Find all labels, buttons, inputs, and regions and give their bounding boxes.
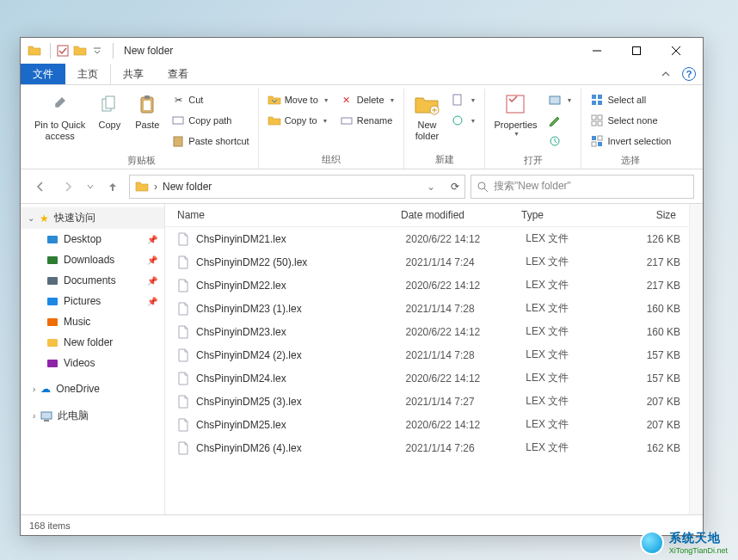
refresh-icon[interactable]: ⟳ <box>451 181 459 193</box>
file-row[interactable]: ChsPinyinDM22.lex2020/6/22 14:12LEX 文件21… <box>165 274 689 297</box>
svg-rect-0 <box>58 46 68 56</box>
sidebar-item[interactable]: Music <box>21 311 164 332</box>
file-name: ChsPinyinDM24 (2).lex <box>196 349 406 361</box>
ribbon-group-open: Properties▼ ▼ 打开 <box>485 89 581 169</box>
sidebar-item[interactable]: Downloads📌 <box>21 249 164 270</box>
sidebar-item[interactable]: Pictures📌 <box>21 291 164 311</box>
tab-share[interactable]: 共享 <box>111 64 156 84</box>
folder-qat-icon[interactable] <box>73 44 87 58</box>
tab-view[interactable]: 查看 <box>156 64 200 84</box>
copy-to-button[interactable]: Copy to▼ <box>266 111 331 130</box>
svg-rect-7 <box>145 95 150 99</box>
svg-rect-11 <box>341 118 352 124</box>
file-row[interactable]: ChsPinyinDM22 (50).lex2021/1/14 7:24LEX … <box>165 250 689 274</box>
column-size[interactable]: Size <box>616 209 685 221</box>
file-name: ChsPinyinDM24.lex <box>196 372 406 385</box>
file-size: 217 KB <box>620 256 689 268</box>
paste-label: Paste <box>135 120 159 131</box>
folder-icon <box>135 180 149 194</box>
rename-button[interactable]: Rename <box>338 111 397 130</box>
svg-rect-5 <box>106 96 114 108</box>
breadcrumb-chevron-icon[interactable]: › <box>154 181 157 193</box>
nav-recent-dropdown[interactable] <box>84 175 96 198</box>
file-row[interactable]: ChsPinyinDM26 (4).lex2021/1/14 7:26LEX 文… <box>165 436 689 459</box>
nav-back-button[interactable] <box>29 175 52 198</box>
qat-dropdown-icon[interactable] <box>90 44 104 58</box>
svg-rect-13 <box>453 95 461 105</box>
select-none-button[interactable]: Select none <box>588 111 673 130</box>
file-date: 2021/1/14 7:28 <box>406 303 526 315</box>
file-row[interactable]: ChsPinyinDM25 (3).lex2021/1/14 7:27LEX 文… <box>165 390 689 413</box>
file-size: 162 KB <box>620 442 689 454</box>
file-type: LEX 文件 <box>526 371 620 385</box>
file-row[interactable]: ChsPinyinDM21.lex2020/6/22 14:12LEX 文件12… <box>165 227 689 250</box>
svg-rect-28 <box>592 142 596 146</box>
column-type[interactable]: Type <box>521 209 616 221</box>
address-input[interactable]: › New folder ⌄ ⟳ <box>129 175 465 199</box>
column-name[interactable]: Name <box>177 209 401 221</box>
sidebar-item-label: Downloads <box>64 254 114 266</box>
nav-up-button[interactable] <box>101 175 124 198</box>
file-row[interactable]: ChsPinyinDM24.lex2020/6/22 14:12LEX 文件15… <box>165 366 689 390</box>
file-size: 126 KB <box>620 233 689 245</box>
column-date[interactable]: Date modified <box>401 209 521 221</box>
help-icon[interactable]: ? <box>682 67 696 81</box>
onedrive-label: OneDrive <box>56 383 100 395</box>
thispc-label: 此电脑 <box>58 409 89 423</box>
file-name: ChsPinyinDM25 (3).lex <box>196 396 406 408</box>
pc-icon <box>40 410 52 422</box>
status-bar: 168 items <box>21 514 703 535</box>
open-button[interactable]: ▼ <box>546 90 575 109</box>
tab-home[interactable]: 主页 <box>65 64 111 84</box>
svg-point-3 <box>55 104 58 108</box>
ribbon-group-organize: Move to▼ Copy to▼ ✕Delete▼ Rename 组织 <box>259 89 405 169</box>
minimize-button[interactable] <box>577 38 617 64</box>
pin-to-quick-access-button[interactable]: Pin to Quick access <box>29 89 90 144</box>
collapse-ribbon-icon[interactable] <box>653 64 679 84</box>
search-input[interactable]: 搜索"New folder" <box>470 175 694 199</box>
move-to-label: Move to <box>285 95 318 105</box>
new-folder-button[interactable]: New folder <box>408 89 446 144</box>
sidebar-quick-access[interactable]: ⌄ ★ 快速访问 <box>21 207 164 229</box>
scrollbar[interactable] <box>689 204 703 514</box>
address-location: New folder <box>163 181 421 193</box>
maximize-button[interactable] <box>617 38 656 64</box>
properties-label: Properties <box>494 120 537 131</box>
file-row[interactable]: ChsPinyinDM24 (2).lex2021/1/14 7:28LEX 文… <box>165 343 689 366</box>
svg-rect-40 <box>44 420 49 422</box>
tab-file[interactable]: 文件 <box>21 64 65 84</box>
svg-rect-9 <box>173 117 183 124</box>
new-item-icon <box>451 93 464 107</box>
sidebar-thispc[interactable]: › 此电脑 <box>21 404 164 428</box>
move-to-button[interactable]: Move to▼ <box>266 90 331 109</box>
new-item-button[interactable]: ▼ <box>449 90 477 109</box>
sidebar-item[interactable]: New folder <box>21 332 164 353</box>
delete-button[interactable]: ✕Delete▼ <box>338 90 397 109</box>
invert-selection-button[interactable]: Invert selection <box>588 132 673 151</box>
cut-button[interactable]: ✂Cut <box>169 90 250 109</box>
svg-rect-22 <box>592 115 596 120</box>
paste-button[interactable]: Paste <box>128 89 166 132</box>
paste-shortcut-button[interactable]: Paste shortcut <box>169 132 250 151</box>
checkbox-qat-icon[interactable] <box>56 44 70 58</box>
sidebar-item-label: Documents <box>64 274 116 286</box>
sidebar-item[interactable]: Videos <box>21 353 164 373</box>
properties-button[interactable]: Properties▼ <box>489 89 542 138</box>
copy-button[interactable]: Copy <box>90 89 128 132</box>
svg-rect-10 <box>174 137 182 146</box>
address-dropdown-icon[interactable]: ⌄ <box>427 181 435 193</box>
file-row[interactable]: ChsPinyinDM23.lex2020/6/22 14:12LEX 文件16… <box>165 320 689 343</box>
history-button[interactable] <box>546 132 575 151</box>
sidebar-item[interactable]: Documents📌 <box>21 270 164 291</box>
file-row[interactable]: ChsPinyinDM23 (1).lex2021/1/14 7:28LEX 文… <box>165 297 689 320</box>
copy-path-button[interactable]: Copy path <box>169 111 250 130</box>
select-all-button[interactable]: Select all <box>588 90 673 109</box>
sidebar-onedrive[interactable]: › ☁ OneDrive <box>21 378 164 399</box>
edit-button[interactable] <box>546 111 575 130</box>
easy-access-button[interactable]: ▼ <box>449 111 477 130</box>
nav-forward-button[interactable] <box>57 175 79 198</box>
file-row[interactable]: ChsPinyinDM25.lex2020/6/22 14:12LEX 文件20… <box>165 413 689 436</box>
delete-icon: ✕ <box>340 93 354 107</box>
sidebar-item[interactable]: Desktop📌 <box>21 229 164 249</box>
close-button[interactable] <box>656 38 696 64</box>
